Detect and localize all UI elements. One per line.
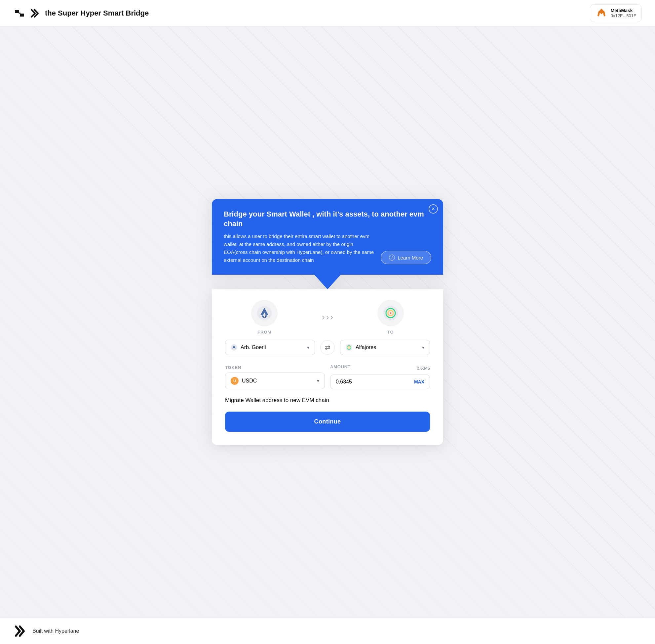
- info-icon: i: [389, 255, 395, 260]
- to-chain-label: Alfajores: [356, 344, 376, 350]
- close-banner-button[interactable]: ×: [429, 204, 438, 213]
- alfajores-icon: [346, 344, 352, 351]
- info-banner-text: this allows a user to bridge their entir…: [224, 232, 374, 264]
- info-banner-body: this allows a user to bridge their entir…: [224, 232, 431, 264]
- amount-value: 0.6345: [336, 379, 352, 385]
- bridge-card-container: × Bridge your Smart Wallet , with it's a…: [212, 199, 443, 445]
- app-logo-icon: [13, 7, 25, 19]
- to-chain-icon: [377, 300, 404, 326]
- from-chain-chevron: ▾: [307, 345, 309, 350]
- amount-input-wrap[interactable]: 0.6345 MAX: [330, 374, 430, 389]
- learn-more-label: Learn More: [398, 255, 423, 260]
- app-logo: the Super Hyper Smart Bridge: [13, 7, 149, 19]
- app-title: the Super Hyper Smart Bridge: [45, 9, 149, 18]
- main-content: × Bridge your Smart Wallet , with it's a…: [0, 26, 655, 618]
- migrate-text: Migrate Wallet address to new EVM chain: [225, 397, 430, 404]
- bridge-card: FROM ›››: [212, 289, 443, 445]
- svg-point-4: [600, 13, 601, 15]
- from-label: FROM: [257, 329, 271, 335]
- from-chain-label: Arb. Goerli: [240, 344, 266, 350]
- learn-more-button[interactable]: i Learn More: [381, 251, 431, 264]
- metamask-icon: [595, 7, 607, 19]
- token-select[interactable]: U USDC ▾: [225, 373, 325, 389]
- amount-label: AMOUNT: [330, 364, 351, 369]
- usdc-icon: U: [231, 377, 239, 385]
- svg-point-12: [346, 344, 352, 351]
- to-chain-col: TO: [351, 300, 430, 335]
- banner-pointer: [314, 275, 341, 289]
- chain-icons-row: FROM ›››: [225, 300, 430, 335]
- wallet-info: MetaMask 0x12E...501F: [611, 8, 636, 18]
- token-amount-row: TOKEN U USDC ▾ AMOUNT 0.6345: [225, 364, 430, 389]
- token-label: TOKEN: [225, 365, 325, 370]
- token-chevron: ▾: [317, 378, 319, 384]
- arrows-center: ›››: [304, 312, 351, 322]
- amount-balance: 0.6345: [417, 366, 430, 371]
- from-chain-icon: [251, 300, 278, 326]
- arb-goerli-icon: [231, 344, 237, 351]
- info-banner-title: Bridge your Smart Wallet , with it's ass…: [224, 210, 431, 228]
- footer-text: Built with Hyperlane: [32, 628, 79, 634]
- from-chain-select[interactable]: Arb. Goerli ▾: [225, 340, 315, 355]
- to-label: TO: [387, 329, 394, 335]
- svg-point-10: [390, 313, 391, 314]
- svg-point-5: [602, 13, 604, 15]
- to-chain-chevron: ▾: [422, 345, 424, 350]
- footer: Built with Hyperlane: [0, 618, 655, 644]
- chain-select-row: Arb. Goerli ▾ ⇄ Alfajores: [225, 340, 430, 355]
- continue-button[interactable]: Continue: [225, 412, 430, 432]
- token-col: TOKEN U USDC ▾: [225, 365, 325, 389]
- header: the Super Hyper Smart Bridge MetaMask 0x…: [0, 0, 655, 26]
- wallet-pill[interactable]: MetaMask 0x12E...501F: [590, 4, 642, 22]
- amount-col: AMOUNT 0.6345 0.6345 MAX: [330, 364, 430, 389]
- wallet-name: MetaMask: [611, 8, 636, 13]
- footer-logo-icon: [13, 624, 28, 638]
- swap-chains-button[interactable]: ⇄: [320, 340, 335, 355]
- to-chain-select[interactable]: Alfajores ▾: [340, 340, 430, 355]
- brand-logo-icon: [29, 7, 41, 19]
- from-chain-col: FROM: [225, 300, 304, 335]
- swap-icon: ⇄: [325, 344, 330, 351]
- token-value: USDC: [242, 378, 257, 384]
- info-banner: × Bridge your Smart Wallet , with it's a…: [212, 199, 443, 275]
- wallet-address: 0x12E...501F: [611, 13, 636, 18]
- max-button[interactable]: MAX: [414, 379, 424, 385]
- chevrons-icon: ›››: [322, 312, 333, 322]
